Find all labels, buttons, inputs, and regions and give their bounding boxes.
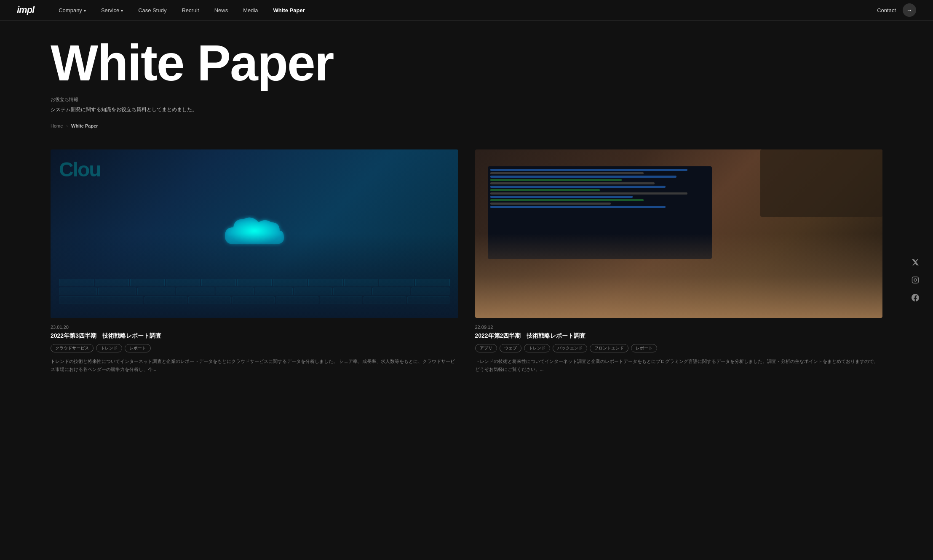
nav-item-whitepaper[interactable]: White Paper [266, 0, 313, 21]
nav-items: Company Service Case Study Recruit News … [51, 0, 877, 21]
card-1-date: 23.01.20 [51, 325, 458, 330]
tag-app[interactable]: アプリ [475, 344, 497, 352]
tag-cloud-service[interactable]: クラウドサービス [51, 344, 94, 352]
navigation: impl Company Service Case Study Recruit … [0, 0, 933, 21]
nav-item-recruit[interactable]: Recruit [174, 0, 206, 21]
social-sidebar [910, 257, 920, 303]
card-2-image [475, 149, 883, 318]
cloud-text: Clou [59, 158, 101, 181]
tag-backend[interactable]: バックエンド [553, 344, 587, 352]
subtitle-label: お役立ち情報 [51, 96, 882, 103]
twitter-icon[interactable] [910, 257, 920, 267]
tag-report2[interactable]: レポート [631, 344, 657, 352]
tag-trend2[interactable]: トレンド [524, 344, 550, 352]
breadcrumb-separator: › [66, 123, 68, 128]
tag-web[interactable]: ウェブ [500, 344, 521, 352]
hero-section: White Paper お役立ち情報 システム開発に関する知識をお役立ち資料とし… [0, 0, 933, 149]
laptop-image [475, 149, 883, 318]
card-2-description: トレンドの技術と将来性についてインターネット調査と企業のレポートデータをもとにプ… [475, 357, 883, 373]
breadcrumb-current: White Paper [71, 123, 98, 128]
instagram-icon[interactable] [910, 275, 920, 285]
card-1[interactable]: Clou [51, 149, 458, 373]
breadcrumb: Home › White Paper [51, 123, 882, 128]
nav-item-service[interactable]: Service [94, 0, 131, 21]
nav-item-company[interactable]: Company [51, 0, 94, 21]
tag-report[interactable]: レポート [125, 344, 151, 352]
cards-grid: Clou [51, 149, 882, 373]
tag-frontend[interactable]: フロントエンド [590, 344, 628, 352]
card-2-title: 2022年第2四半期 技術戦略レポート調査 [475, 332, 883, 340]
nav-item-news[interactable]: News [207, 0, 236, 21]
breadcrumb-home[interactable]: Home [51, 123, 63, 128]
svg-point-1 [914, 279, 917, 281]
chevron-down-icon [84, 7, 86, 13]
keyboard-overlay [51, 234, 458, 318]
card-2[interactable]: 22.09.12 2022年第2四半期 技術戦略レポート調査 アプリ ウェブ ト… [475, 149, 883, 373]
nav-item-media[interactable]: Media [235, 0, 265, 21]
device-overlay [760, 149, 882, 217]
tag-trend[interactable]: トレンド [96, 344, 122, 352]
content-area: Clou [0, 149, 933, 398]
chevron-down-icon [121, 7, 123, 13]
card-1-description: トレンドの技術と将来性についてインターネット調査と企業のレポートデータをもとにク… [51, 357, 458, 373]
subtitle-text: システム開発に関する知識をお役立ち資料としてまとめました。 [51, 106, 882, 113]
svg-point-2 [917, 278, 917, 279]
contact-link[interactable]: Contact [877, 7, 896, 13]
card-2-date: 22.09.12 [475, 325, 883, 330]
nav-right: Contact → [877, 3, 916, 17]
card-1-tags: クラウドサービス トレンド レポート [51, 344, 458, 352]
card-2-tags: アプリ ウェブ トレンド バックエンド フロントエンド レポート [475, 344, 883, 352]
cloud-image: Clou [51, 149, 458, 318]
facebook-icon[interactable] [910, 293, 920, 303]
svg-rect-0 [912, 277, 919, 283]
card-1-image: Clou [51, 149, 458, 318]
page-title: White Paper [51, 37, 882, 88]
nav-arrow-button[interactable]: → [903, 3, 916, 17]
card-1-title: 2022年第3四半期 技術戦略レポート調査 [51, 332, 458, 340]
nav-item-casestudy[interactable]: Case Study [131, 0, 174, 21]
hands-overlay [475, 234, 883, 318]
logo[interactable]: impl [17, 5, 34, 16]
